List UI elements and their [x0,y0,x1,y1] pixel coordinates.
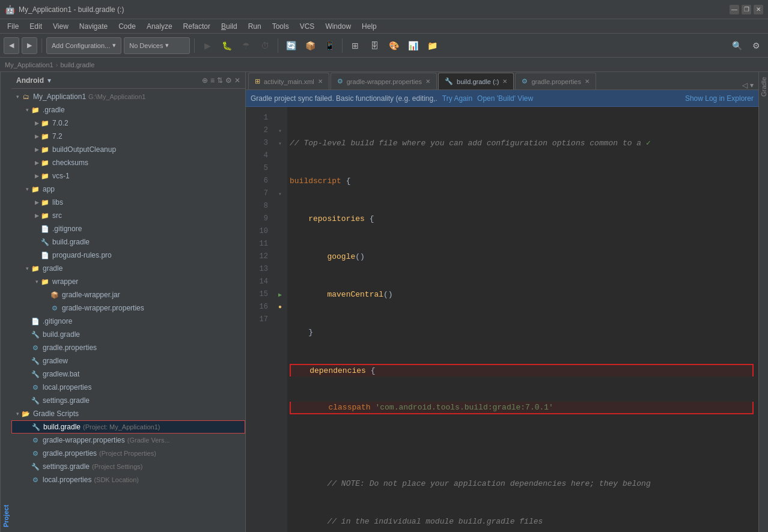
layout-inspector-button[interactable]: ⊞ [347,37,364,54]
device-explorer-button[interactable]: 📁 [424,37,440,54]
tree-app-gitignore[interactable]: ▶ 📄 .gitignore [11,222,245,235]
sync-button[interactable]: 🔄 [282,37,299,54]
code-line-7: dependencies { [290,364,754,376]
tab-wrapper-props[interactable]: ⚙ gradle-wrapper.properties ✕ [331,73,437,89]
tree-72[interactable]: ▶ 📁 7.2 [11,130,245,143]
run-15-icon[interactable]: ▶ [278,291,282,298]
tree-vcs1[interactable]: ▶ 📁 vcs-1 [11,169,245,183]
tree-app-build-gradle[interactable]: ▶ 🔧 build.gradle [11,235,245,249]
tree-702[interactable]: ▶ 📁 7.0.2 [11,116,245,130]
code-editor[interactable]: 1 2 3 4 5 6 7 8 9 10 11 12 13 14 15 16 1… [246,107,758,532]
fold-3-icon[interactable]: ▾ [278,140,282,147]
tree-gradlew-bat[interactable]: ▶ 🔧 gradlew.bat [11,367,245,381]
device-selector[interactable]: No Devices ▾ [124,37,190,54]
702-label: 7.0.2 [52,119,69,127]
menu-edit[interactable]: Edit [25,21,47,32]
back-button[interactable]: ◀ [4,37,19,54]
tree-gradlew[interactable]: ▶ 🔧 gradlew [11,354,245,367]
menu-refactor[interactable]: Refactor [178,21,215,32]
gutter-2: ▾ [273,124,287,137]
tab-build-gradle-close[interactable]: ✕ [502,78,507,85]
close-button[interactable]: ✕ [754,5,763,14]
settings-button[interactable]: ⚙ [748,37,764,54]
menu-vcs[interactable]: VCS [295,21,320,32]
locate-file-icon[interactable]: ⊕ [202,76,208,85]
tab-activity-close[interactable]: ✕ [318,78,323,85]
add-configuration-button[interactable]: Add Configuration... ▾ [46,37,121,54]
tab-activity-main[interactable]: ⊞ activity_main.xml ✕ [248,73,329,89]
show-log-link[interactable]: Show Log in Explorer [685,94,754,103]
tree-wrapper-jar[interactable]: ▶ 📦 gradle-wrapper.jar [11,288,245,301]
run-button[interactable]: ▶ [199,37,216,54]
fold-2-icon[interactable]: ▾ [278,127,282,135]
sort-icon[interactable]: ⇅ [217,76,223,85]
tree-src[interactable]: ▶ 📁 src [11,209,245,222]
gradle-scripts-icon: 📂 [21,409,31,419]
menu-build[interactable]: Build [216,21,242,32]
menu-run[interactable]: Run [243,21,266,32]
line-12: 12 [246,250,268,263]
menu-tools[interactable]: Tools [267,21,294,32]
resource-manager-button[interactable]: 🎨 [385,37,402,54]
tree-settings-gs[interactable]: ▶ 🔧 settings.gradle (Project Settings) [11,460,245,473]
tree-build-output[interactable]: ▶ 📁 buildOutputCleanup [11,143,245,156]
menu-window[interactable]: Window [320,21,356,32]
menu-file[interactable]: File [2,21,23,32]
tree-wrapper-props-gs[interactable]: ▶ ⚙ gradle-wrapper.properties (Gradle Ve… [11,434,245,447]
tab-more-icon[interactable]: ▾ [750,81,754,89]
tree-local-gs[interactable]: ▶ ⚙ local.properties (SDK Location) [11,473,245,486]
tree-wrapper[interactable]: ▾ 📁 wrapper [11,275,245,288]
breadcrumb-file[interactable]: build.gradle [60,61,94,68]
android-dropdown-icon[interactable]: ▾ [47,76,51,85]
gear-icon[interactable]: ⚙ [225,76,232,85]
menu-analyze[interactable]: Analyze [142,21,177,32]
breadcrumb-project[interactable]: My_Application1 [5,61,53,68]
tree-checksums[interactable]: ▶ 📁 checksums [11,156,245,169]
tree-settings-gradle[interactable]: ▶ 🔧 settings.gradle [11,394,245,407]
maximize-button[interactable]: ❐ [742,5,751,14]
sdk-manager-button[interactable]: 📦 [302,37,318,54]
tree-root-build-gradle[interactable]: ▶ 🔧 build.gradle [11,328,245,341]
tree-wrapper-props[interactable]: ▶ ⚙ gradle-wrapper.properties [11,301,245,315]
tree-root-gitignore[interactable]: ▶ 📄 .gitignore [11,315,245,328]
tree-gradle-props[interactable]: ▶ ⚙ gradle.properties [11,341,245,354]
tree-local-props[interactable]: ▶ ⚙ local.properties [11,381,245,394]
project-side-label[interactable]: Project [0,72,11,532]
coverage-button[interactable]: ☂ [237,37,254,54]
tab-gradle-props-close[interactable]: ✕ [585,78,590,85]
tree-project-build-gradle[interactable]: ▶ 🔧 build.gradle (Project: My_Applicatio… [11,420,245,434]
tree-gradle-props-gs[interactable]: ▶ ⚙ gradle.properties (Project Propertie… [11,447,245,460]
sync-notification-bar: Gradle project sync failed. Basic functi… [246,90,758,107]
code-content[interactable]: // Top-level build file where you can ad… [287,107,758,532]
tab-recent-files-icon[interactable]: ◁ [742,81,748,89]
tree-gradle[interactable]: ▾ 📁 gradle [11,262,245,275]
debug-button[interactable]: 🐛 [218,37,235,54]
tree-gradle-folder[interactable]: ▾ 📁 .gradle [11,103,245,116]
tree-app[interactable]: ▾ 📁 app [11,183,245,196]
menu-code[interactable]: Code [114,21,141,32]
close-panel-icon[interactable]: ✕ [234,76,240,85]
try-again-link[interactable]: Try Again [442,94,472,103]
minimize-button[interactable]: — [730,5,739,14]
tree-proguard[interactable]: ▶ 📄 proguard-rules.pro [11,249,245,262]
tree-libs[interactable]: ▶ 📁 libs [11,196,245,209]
profiler-button[interactable]: 📊 [404,37,421,54]
forward-button[interactable]: ▶ [22,37,37,54]
menu-view[interactable]: View [48,21,73,32]
fold-7-icon[interactable]: ▾ [278,190,282,198]
tab-build-gradle[interactable]: 🔧 build.gradle (:) ✕ [438,73,514,89]
menu-help[interactable]: Help [357,21,382,32]
search-everywhere-button[interactable]: 🔍 [728,37,745,54]
avd-manager-button[interactable]: 📱 [321,37,338,54]
collapse-all-icon[interactable]: ≡ [210,76,215,85]
tab-gradle-props[interactable]: ⚙ gradle.properties ✕ [515,73,596,89]
tree-root[interactable]: ▾ 🗂 My_Application1 G:\My_Application1 [11,90,245,103]
open-build-link[interactable]: Open 'Build' View [477,94,533,103]
db-inspector-button[interactable]: 🗄 [366,37,383,54]
tab-wrapper-close[interactable]: ✕ [425,78,430,85]
tree-gradle-scripts-header[interactable]: ▾ 📂 Gradle Scripts [11,407,245,420]
profile-button[interactable]: ⏱ [257,37,273,54]
vcs1-arrow-icon: ▶ [33,172,40,180]
menu-navigate[interactable]: Navigate [75,21,112,32]
gradle-panel-label[interactable]: Gradle [760,72,767,101]
